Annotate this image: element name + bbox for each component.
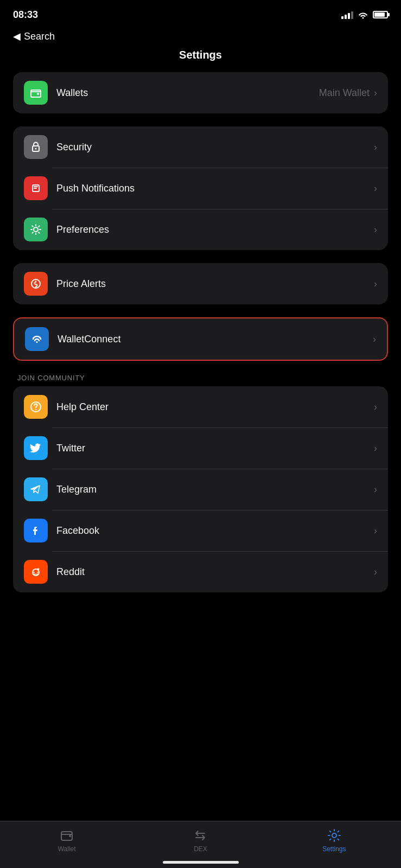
wallets-icon — [24, 81, 48, 105]
telegram-content: Telegram › — [56, 484, 377, 495]
help-center-right: › — [374, 401, 377, 413]
tab-wallet-label: Wallet — [58, 845, 76, 853]
community-group: Help Center › Twitter › — [13, 386, 388, 592]
wallets-right: Main Wallet › — [319, 87, 377, 99]
preferences-content: Preferences › — [56, 224, 377, 235]
push-notifications-chevron: › — [374, 183, 377, 194]
push-notifications-label: Push Notifications — [56, 183, 135, 194]
back-arrow-icon: ◀ — [13, 30, 21, 42]
wifi-icon — [358, 10, 368, 19]
reddit-chevron: › — [374, 566, 377, 578]
svg-point-5 — [34, 227, 38, 232]
wallets-value: Main Wallet — [319, 87, 370, 99]
twitter-row[interactable]: Twitter › — [13, 427, 388, 469]
twitter-label: Twitter — [56, 443, 85, 454]
price-alerts-section: Price Alerts › — [13, 263, 388, 304]
wallets-section: Wallets Main Wallet › — [13, 72, 388, 113]
page-title: Settings — [0, 43, 401, 72]
preferences-right: › — [374, 224, 377, 235]
price-alerts-right: › — [374, 278, 377, 290]
price-alerts-chevron: › — [374, 278, 377, 290]
help-center-icon — [24, 395, 48, 419]
community-section-label: JOIN COMMUNITY — [13, 374, 388, 386]
reddit-right: › — [374, 566, 377, 578]
wallet-connect-row[interactable]: WalletConnect › — [14, 318, 387, 360]
wallet-connect-group: WalletConnect › — [13, 317, 388, 361]
security-section: Security › Push Notifications — [13, 126, 388, 250]
help-center-chevron: › — [374, 401, 377, 413]
wallets-label: Wallets — [56, 87, 88, 99]
dex-tab-icon — [193, 828, 208, 843]
nav-back[interactable]: ◀ Search — [0, 27, 401, 43]
back-label: Search — [24, 31, 55, 42]
facebook-chevron: › — [374, 525, 377, 537]
preferences-row[interactable]: Preferences › — [13, 209, 388, 250]
preferences-label: Preferences — [56, 224, 109, 235]
facebook-label: Facebook — [56, 525, 99, 537]
reddit-row[interactable]: Reddit › — [13, 551, 388, 592]
security-group: Security › Push Notifications — [13, 126, 388, 250]
status-time: 08:33 — [13, 9, 38, 21]
price-alerts-icon — [24, 272, 48, 296]
help-center-row[interactable]: Help Center › — [13, 386, 388, 427]
svg-point-7 — [36, 341, 38, 343]
preferences-chevron: › — [374, 224, 377, 235]
svg-rect-0 — [31, 90, 41, 97]
preferences-icon — [24, 218, 48, 241]
twitter-icon — [24, 436, 48, 460]
wallets-group: Wallets Main Wallet › — [13, 72, 388, 113]
reddit-label: Reddit — [56, 566, 85, 578]
price-alerts-group: Price Alerts › — [13, 263, 388, 304]
price-alerts-content: Price Alerts › — [56, 278, 377, 290]
status-icons — [341, 10, 388, 19]
reddit-icon — [24, 560, 48, 584]
push-notifications-icon — [24, 176, 48, 200]
wallet-connect-section: WalletConnect › — [13, 317, 388, 361]
security-content: Security › — [56, 142, 377, 153]
push-notifications-right: › — [374, 183, 377, 194]
tab-dex-label: DEX — [194, 845, 207, 853]
security-label: Security — [56, 142, 92, 153]
wallet-connect-icon — [25, 327, 49, 351]
status-bar: 08:33 — [0, 0, 401, 27]
signal-icon — [341, 10, 353, 19]
svg-point-12 — [37, 572, 38, 573]
tab-settings-label: Settings — [322, 845, 346, 853]
tab-wallet[interactable]: Wallet — [45, 828, 88, 853]
facebook-content: Facebook › — [56, 525, 377, 537]
svg-point-11 — [33, 572, 34, 573]
wallets-chevron: › — [374, 87, 377, 99]
tab-dex[interactable]: DEX — [179, 828, 222, 853]
security-chevron: › — [374, 142, 377, 153]
telegram-chevron: › — [374, 484, 377, 495]
svg-point-9 — [35, 409, 36, 410]
battery-icon — [373, 11, 388, 18]
telegram-label: Telegram — [56, 484, 97, 495]
svg-point-14 — [69, 835, 71, 837]
twitter-chevron: › — [374, 443, 377, 454]
reddit-content: Reddit › — [56, 566, 377, 578]
wallets-row[interactable]: Wallets Main Wallet › — [13, 72, 388, 113]
security-row[interactable]: Security › — [13, 126, 388, 168]
wallet-connect-right: › — [373, 334, 376, 345]
wallet-connect-chevron: › — [373, 334, 376, 345]
wallet-connect-label: WalletConnect — [58, 334, 120, 345]
price-alerts-row[interactable]: Price Alerts › — [13, 263, 388, 304]
wallet-tab-icon — [59, 828, 74, 843]
svg-point-3 — [35, 148, 37, 150]
help-center-label: Help Center — [56, 401, 109, 413]
telegram-row[interactable]: Telegram › — [13, 469, 388, 510]
facebook-row[interactable]: Facebook › — [13, 510, 388, 551]
community-section: JOIN COMMUNITY Help Center › — [13, 374, 388, 592]
push-notifications-content: Push Notifications › — [56, 183, 377, 194]
push-notifications-row[interactable]: Push Notifications › — [13, 168, 388, 209]
svg-point-15 — [332, 833, 336, 838]
tab-settings[interactable]: Settings — [313, 828, 356, 853]
twitter-right: › — [374, 443, 377, 454]
facebook-right: › — [374, 525, 377, 537]
security-icon — [24, 135, 48, 159]
security-right: › — [374, 142, 377, 153]
telegram-icon — [24, 477, 48, 501]
wallet-connect-content: WalletConnect › — [58, 334, 376, 345]
help-center-content: Help Center › — [56, 401, 377, 413]
